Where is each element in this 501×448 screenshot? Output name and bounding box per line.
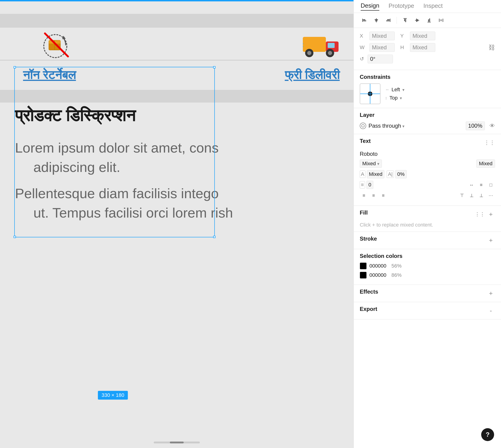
align-center-v-button[interactable]: [413, 16, 422, 25]
svg-rect-32: [429, 18, 430, 22]
svg-rect-26: [405, 19, 406, 22]
constraint-selects: ↔ Left ↕ Top: [385, 87, 404, 101]
fill-grid-icon[interactable]: ⋮⋮: [475, 211, 485, 217]
align-bottom-button[interactable]: [424, 16, 434, 25]
text-style-row: Mixed Mixed: [360, 160, 495, 168]
text-title: Text: [360, 138, 371, 144]
effects-add-button[interactable]: +: [487, 289, 495, 298]
selection-colors-title: Selection colors: [360, 253, 495, 259]
v-constraint-value[interactable]: Top: [389, 95, 398, 101]
stroke-add-button[interactable]: +: [487, 236, 495, 244]
svg-line-4: [45, 33, 68, 56]
selection-handle-tl[interactable]: [14, 66, 16, 68]
rotation-value[interactable]: 0°: [368, 55, 393, 63]
canvas-background: नॉन रेटर्नेबल फ्री डिलीवरी प्रोडक्ट डिस्…: [0, 0, 354, 448]
export-section: Export -: [354, 302, 501, 320]
text-valign-middle-btn[interactable]: ⊥: [467, 191, 476, 200]
color-opacity-2: 86%: [391, 272, 402, 278]
section-band-top: [0, 14, 354, 28]
letter-spacing-percent-value[interactable]: 0%: [395, 170, 407, 178]
rotation-row: ↺ 0°: [360, 55, 495, 63]
proportional-lock-icon[interactable]: ⛓: [488, 44, 495, 51]
h-constraint-chevron[interactable]: [402, 87, 404, 93]
svg-rect-30: [427, 22, 431, 22]
align-divider-1: [397, 17, 397, 24]
tab-design[interactable]: Design: [361, 2, 379, 11]
align-toolbar: [354, 13, 501, 28]
letter-spacing-item: A Mixed: [360, 170, 384, 178]
rotation-icon: ↺: [360, 56, 364, 62]
tab-prototype[interactable]: Prototype: [388, 2, 414, 10]
v-constraint-row: ↕ Top: [385, 95, 404, 101]
align-right-button[interactable]: [384, 16, 393, 25]
x-label: X: [360, 33, 368, 39]
text-wrap-icon[interactable]: ≡: [477, 181, 485, 189]
align-top-button[interactable]: [401, 16, 410, 25]
text-overflow-icon[interactable]: ↔: [467, 181, 476, 189]
w-value[interactable]: Mixed: [370, 43, 395, 52]
align-center-h-button[interactable]: [372, 16, 381, 25]
fill-add-button[interactable]: +: [487, 210, 495, 219]
letter-spacing-value[interactable]: Mixed: [367, 170, 385, 178]
distribute-button[interactable]: [436, 16, 446, 25]
layer-mode-chevron: [402, 123, 404, 129]
svg-point-10: [307, 51, 311, 55]
svg-rect-22: [387, 19, 390, 20]
letter-spacing-percent-item: A| 0%: [387, 170, 406, 178]
h-constraint-value[interactable]: Left: [391, 87, 400, 93]
color-swatch-2[interactable]: [360, 272, 367, 279]
color-row-1: 000000 56%: [360, 262, 495, 269]
align-left-button[interactable]: [360, 16, 369, 25]
svg-rect-28: [416, 19, 417, 22]
svg-point-12: [328, 51, 332, 55]
text-truncate-icon[interactable]: □: [487, 181, 495, 189]
svg-rect-15: [362, 19, 363, 22]
constraints-title: Constraints: [360, 74, 495, 80]
help-button[interactable]: ?: [481, 428, 494, 441]
text-align-row: ≡ ≡ ≡ ⊤ ⊥ ⊥ ⋯: [360, 191, 495, 200]
font-style-select[interactable]: Mixed: [360, 160, 382, 168]
bullet-text-container: Lorem ipsum dolor sit amet, cons adipisc…: [15, 138, 340, 229]
text-options-icon[interactable]: ⋮⋮: [484, 139, 495, 146]
layer-mode-select[interactable]: Pass through: [369, 123, 404, 129]
text-valign-bottom-btn[interactable]: ⊥: [477, 191, 485, 200]
layer-opacity-input[interactable]: 100%: [466, 121, 485, 130]
color-swatch-1[interactable]: [360, 262, 367, 269]
text-align-right-btn[interactable]: ≡: [379, 191, 388, 200]
text-align-center-btn[interactable]: ≡: [370, 191, 378, 200]
font-size-value[interactable]: Mixed: [476, 160, 495, 168]
text-section: Text ⋮⋮ Roboto Mixed Mixed A Mixed A| 0%: [354, 134, 501, 206]
tab-inspect[interactable]: Inspect: [423, 2, 443, 10]
selection-handle-br[interactable]: [213, 236, 215, 238]
section-heading: प्रोडक्ट डिस्क्रिप्शन: [15, 106, 135, 125]
font-name-value[interactable]: Roboto: [360, 151, 377, 157]
fill-header-actions: ⋮⋮ +: [475, 210, 495, 219]
svg-point-36: [362, 125, 364, 127]
text-more-btn[interactable]: ⋯: [487, 191, 495, 200]
visibility-toggle-icon[interactable]: 👁: [489, 123, 495, 129]
y-label: Y: [400, 33, 408, 39]
text-valign-top-btn[interactable]: ⊤: [458, 191, 466, 200]
no-return-icon: [41, 30, 71, 60]
v-constraint-icon: ↕: [385, 96, 387, 100]
letter-spacing-icon: A: [360, 171, 366, 178]
v-constraint-chevron[interactable]: [400, 95, 402, 101]
xy-row: X Mixed Y Mixed: [360, 32, 495, 40]
h-label: H: [400, 45, 408, 50]
canvas-scrollbar[interactable]: [154, 442, 200, 443]
line-height-value[interactable]: 0: [366, 181, 373, 189]
svg-rect-23: [386, 20, 390, 21]
svg-rect-18: [376, 18, 377, 22]
y-value[interactable]: Mixed: [410, 32, 435, 40]
line-height-icon: ≡: [360, 181, 365, 189]
constraints-widget: ↔ Left ↕ Top: [360, 83, 495, 104]
hindi-label-1: नॉन रेटर्नेबल: [23, 68, 76, 82]
text-align-left-btn[interactable]: ≡: [360, 191, 368, 200]
export-add-button[interactable]: -: [487, 306, 495, 315]
svg-rect-21: [390, 19, 390, 22]
selection-handle-bl[interactable]: [14, 236, 16, 238]
export-title: Export: [360, 306, 377, 312]
right-panel: Design Prototype Inspect X Mixe: [354, 0, 501, 448]
x-value[interactable]: Mixed: [370, 32, 395, 40]
h-value[interactable]: Mixed: [410, 43, 435, 52]
